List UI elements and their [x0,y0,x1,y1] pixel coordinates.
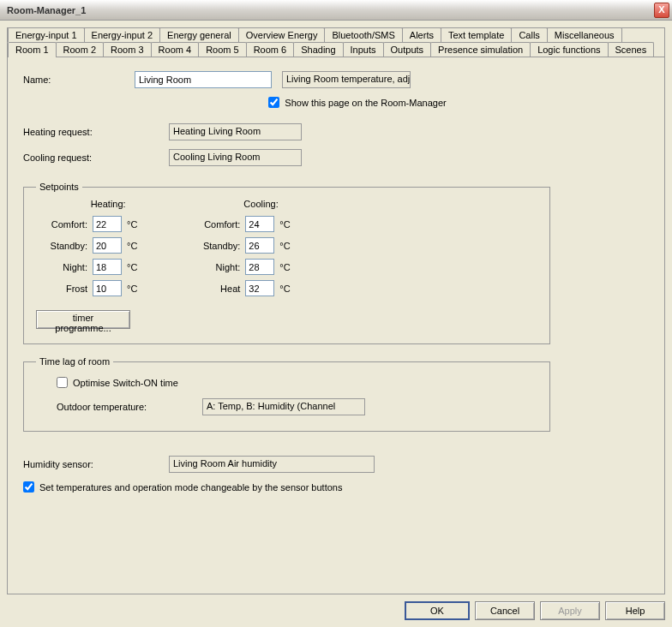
unit-label: °C [279,219,290,230]
optimise-label: Optimise Switch-ON time [73,378,178,388]
tab-room-3[interactable]: Room 3 [103,42,152,57]
heating-sp-row: Frost°C [36,280,137,296]
unit-label: °C [279,262,290,272]
setpoint-col-heating: Heating: Comfort:°CStandby:°CNight:°CFro… [36,199,137,302]
cooling-sp-input[interactable] [245,237,274,254]
row-name: Name: Living Room temperature, adju [23,71,649,88]
tab-alerts[interactable]: Alerts [402,27,441,42]
row-heating-request: Heating request: Heating Living Room [23,123,649,140]
tabs-container: Energy-input 1Energy-input 2Energy gener… [7,27,665,594]
tab-energy-general[interactable]: Energy general [159,27,239,42]
tab-energy-input-1[interactable]: Energy-input 1 [8,27,85,42]
button-bar: OK Cancel Apply Help [7,594,665,620]
setpoint-cooling-header: Cooling: [231,199,290,209]
optimise-checkbox[interactable] [57,377,68,388]
heating-sp-row: Comfort:°C [36,216,137,232]
setpoint-col-cooling: Cooling: Comfort:°CStandby:°CNight:°CHea… [189,199,290,302]
tab-room-1[interactable]: Room 1 [8,42,57,57]
row-humidity: Humidity sensor: Living Room Air humidit… [23,456,649,473]
titlebar: Room-Manager_1 X [0,0,672,21]
ok-button[interactable]: OK [405,601,470,620]
setpoint-heating-header: Heating: [79,199,137,209]
tab-scenes[interactable]: Scenes [608,42,655,57]
label-name: Name: [23,75,135,85]
heating-request-box[interactable]: Heating Living Room [169,123,302,140]
tab-text-template[interactable]: Text template [441,27,512,42]
unit-label: °C [279,284,290,294]
unit-label: °C [127,241,137,251]
heating-sp-label: Standby: [36,241,87,251]
cooling-sp-input[interactable] [245,216,274,232]
name-desc-box: Living Room temperature, adju [282,71,411,88]
legend-timelag: Time lag of room [36,356,113,367]
unit-label: °C [127,262,137,272]
cooling-sp-row: Standby:°C [189,237,290,254]
label-cooling-request: Cooling request: [23,152,169,163]
tab-strip: Energy-input 1Energy-input 2Energy gener… [8,27,664,57]
label-heating-request: Heating request: [23,127,169,137]
heating-sp-label: Comfort: [36,219,87,230]
cooling-sp-row: Comfort:°C [189,216,290,232]
heating-sp-input[interactable] [93,216,122,232]
label-humidity: Humidity sensor: [23,459,169,469]
tab-logic-functions[interactable]: Logic functions [530,42,608,57]
close-icon[interactable]: X [654,3,669,18]
tab-shading[interactable]: Shading [293,42,343,57]
cooling-request-box[interactable]: Cooling Living Room [169,149,302,166]
unit-label: °C [279,241,290,251]
unit-label: °C [127,284,137,294]
help-button[interactable]: Help [605,601,665,620]
humidity-box[interactable]: Living Room Air humidity [169,456,375,473]
tab-bluetooth-sms[interactable]: Bluetooth/SMS [324,27,402,42]
fieldset-setpoints: Setpoints Heating: Comfort:°CStandby:°CN… [23,182,550,344]
legend-setpoints: Setpoints [36,182,82,192]
heating-sp-input[interactable] [93,237,122,254]
tab-calls[interactable]: Calls [511,27,547,42]
row-showpage: Show this page on the Room-Manager [66,97,649,108]
row-cooling-request: Cooling request: Cooling Living Room [23,149,649,166]
tab-miscellaneous[interactable]: Miscellaneous [547,27,622,42]
heating-sp-label: Night: [36,262,87,272]
apply-button[interactable]: Apply [540,601,600,620]
tab-presence-simulation[interactable]: Presence simulation [430,42,531,57]
window-title: Room-Manager_1 [3,5,86,15]
tab-overview-energy[interactable]: Overview Energy [238,27,326,42]
tab-outputs[interactable]: Outputs [383,42,432,57]
outdoor-temp-box[interactable]: A: Temp, B: Humidity (Channel [202,398,365,415]
cooling-sp-row: Night:°C [189,259,290,275]
tab-room-4[interactable]: Room 4 [151,42,200,57]
label-outdoor-temp: Outdoor temperature: [57,402,202,412]
tab-room-5[interactable]: Room 5 [198,42,247,57]
cooling-sp-input[interactable] [245,259,274,275]
fieldset-timelag: Time lag of room Optimise Switch-ON time… [23,356,550,432]
unit-label: °C [127,219,137,230]
heating-sp-input[interactable] [93,259,122,275]
cooling-sp-label: Heat [189,284,240,294]
cooling-sp-row: Heat°C [189,280,290,296]
sensor-buttons-label: Set temperatures and operation mode chan… [39,482,342,493]
heating-sp-label: Frost [36,284,87,294]
sensor-buttons-checkbox[interactable] [23,481,34,493]
tab-room-2[interactable]: Room 2 [56,42,105,57]
heating-sp-row: Night:°C [36,259,137,275]
heating-sp-row: Standby:°C [36,237,137,254]
tab-energy-input-2[interactable]: Energy-input 2 [84,27,161,42]
cancel-button[interactable]: Cancel [475,601,535,620]
heating-sp-input[interactable] [93,280,122,296]
cooling-sp-label: Standby: [189,241,240,251]
window-body: Energy-input 1Energy-input 2Energy gener… [0,21,672,627]
tab-room-6[interactable]: Room 6 [246,42,295,57]
tab-inputs[interactable]: Inputs [343,42,384,57]
showpage-checkbox[interactable] [268,97,279,108]
tab-content-room1: Name: Living Room temperature, adju Show… [8,57,664,506]
cooling-sp-label: Night: [189,262,240,272]
cooling-sp-input[interactable] [245,280,274,296]
timer-programme-button[interactable]: timer programme... [36,310,130,329]
showpage-label: Show this page on the Room-Manager [285,98,446,108]
cooling-sp-label: Comfort: [189,219,240,230]
name-input[interactable] [135,71,272,88]
